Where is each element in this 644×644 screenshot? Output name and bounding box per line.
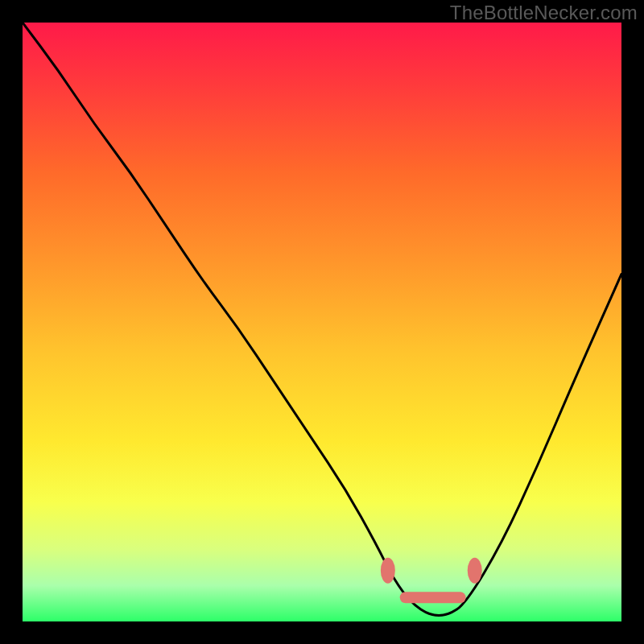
watermark-text: TheBottleNecker.com: [450, 2, 638, 24]
threshold-bar: [400, 592, 466, 603]
threshold-marker: [468, 558, 482, 584]
bottleneck-chart: [0, 0, 644, 644]
threshold-marker: [381, 558, 395, 584]
chart-background: [23, 23, 621, 621]
chart-container: TheBottleNecker.com: [0, 0, 644, 644]
